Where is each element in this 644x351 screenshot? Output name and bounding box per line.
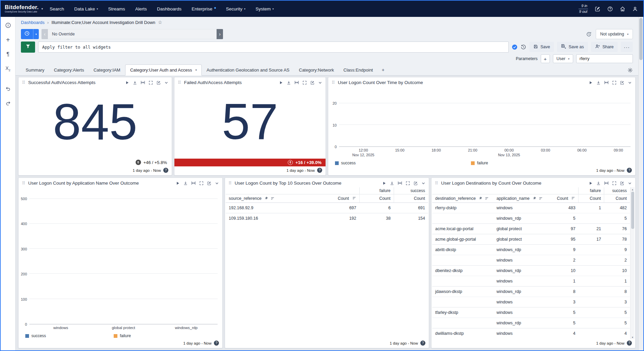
tab-authentication-geolocation-and-source-as[interactable]: Authentication Geolocation and Source AS [202,65,294,75]
nav-item-search[interactable]: Search [50,6,64,11]
page-scrollbar-thumb[interactable] [639,18,643,60]
add-tab-button[interactable]: + [378,64,389,75]
prev-range-button[interactable]: ‹ [41,29,48,39]
table-scrollbar[interactable]: ▲ ▼ [630,187,635,339]
table-row[interactable]: jdawson-dkstpwindows_rdp88 [432,287,630,297]
fullscreen-icon[interactable] [612,181,616,185]
play-icon[interactable] [176,181,180,185]
fit-width-icon[interactable] [604,80,609,85]
dashboard-settings-gear-icon[interactable] [627,68,633,75]
play-icon[interactable] [589,181,593,185]
column-header-count[interactable]: Count [549,194,579,203]
sort-icon[interactable] [485,196,489,200]
table-row[interactable]: 192.168.92.96976691 [226,203,428,213]
pin-icon[interactable] [264,196,268,200]
time-picker-button[interactable] [21,29,33,39]
compose-icon[interactable] [595,6,600,12]
save-button[interactable]: Save [529,42,554,52]
tab-category-network[interactable]: Category:Network [294,65,339,75]
table-row[interactable]: 109.159.180.1619238154 [226,213,428,224]
table-row[interactable]: acme.global-gp-portalglobal protect95177… [432,234,630,245]
column-header-count[interactable]: Count [359,194,394,203]
favorite-star-icon[interactable]: ☆ [158,20,162,25]
updating-dropdown[interactable]: Not updating ▾ [596,29,633,39]
pin-icon[interactable] [479,196,482,200]
edit-icon[interactable] [207,181,211,185]
chevron-down-icon[interactable] [628,81,632,85]
override-field[interactable]: No Override [48,29,217,39]
widget-help-icon[interactable]: ? [627,168,632,173]
widget-help-icon[interactable]: ? [420,341,425,346]
nav-item-dashboards[interactable]: Dashboards [157,6,181,11]
fit-width-icon[interactable] [398,181,402,185]
subscript-icon[interactable]: X2 [4,65,12,73]
filter-button[interactable] [21,42,35,53]
drag-handle-icon[interactable]: ⠿ [332,80,335,85]
nav-item-security[interactable]: Security▾ [226,6,246,11]
filter-input[interactable] [38,42,509,53]
filter-status-icon[interactable] [512,44,517,50]
sort-icon[interactable] [271,196,275,200]
table-row[interactable]: windows11 [432,276,630,287]
column-header-application-name[interactable]: application_name [494,194,549,203]
column-header-count[interactable]: Count [319,194,359,203]
column-header-count[interactable]: Count [579,194,604,203]
parameter-type-dropdown[interactable]: User ▾ [553,54,573,63]
table-row[interactable]: rferry-dsktpwindows4831482 [432,203,630,213]
column-header-source-reference[interactable]: source_reference [226,194,319,203]
add-parameter-button[interactable]: + [541,54,550,63]
scroll-down-icon[interactable]: ▼ [632,335,634,339]
share-button[interactable]: Share [591,42,618,52]
nav-item-data-lake[interactable]: Data Lake▾ [74,6,98,11]
tab-summary[interactable]: Summary [21,65,49,75]
tab-category-iam[interactable]: Category:IAM [89,65,125,75]
save-as-button[interactable]: Save as [557,42,588,52]
widget-help-icon[interactable]: ? [317,168,322,173]
table-row[interactable]: windows33 [432,297,630,307]
fit-width-icon[interactable] [191,181,196,185]
play-icon[interactable] [382,181,386,185]
edit-icon[interactable] [414,181,418,185]
undo-icon[interactable] [4,85,12,92]
table-row[interactable]: acme.local-gp-portalglobal protect972176 [432,224,630,234]
nav-item-system[interactable]: System▾ [255,6,274,11]
legend-failure[interactable]: failure [114,332,202,339]
download-icon[interactable] [184,181,188,185]
legend-success[interactable]: success [25,332,114,339]
legend-success[interactable]: success [335,160,471,166]
table-row[interactable]: abritt-dkstpwindows_rdp99 [432,245,630,255]
chevron-down-icon[interactable] [628,181,632,185]
fullscreen-icon[interactable] [199,181,203,185]
drag-handle-icon[interactable]: ⠿ [228,181,232,185]
pilcrow-icon[interactable]: ¶ [4,51,12,58]
breadcrumb-dashboards-link[interactable]: Dashboards [21,20,45,25]
parameter-value-input[interactable] [576,54,633,63]
tab-category-alerts[interactable]: Category:Alerts [49,65,89,75]
widget-help-icon[interactable]: ? [163,168,168,173]
play-icon[interactable] [589,81,593,85]
chevron-down-icon[interactable] [421,181,425,185]
time-picker-caret[interactable]: ▾ [33,29,39,39]
table-row[interactable]: tfarley-dkstpwindows55 [432,307,630,318]
user-account-icon[interactable] [632,6,638,12]
fullscreen-icon[interactable] [612,81,616,85]
download-icon[interactable] [390,181,394,185]
nav-item-streams[interactable]: Streams [108,6,125,11]
next-range-button[interactable]: › [217,29,223,39]
download-icon[interactable] [596,81,600,85]
column-header-count[interactable]: Count [394,194,428,203]
scrollbar-thumb[interactable] [631,192,634,229]
product-switcher-caret-icon[interactable]: ▾ [41,7,43,10]
widget-help-icon[interactable]: ? [214,341,219,346]
help-icon[interactable] [607,6,613,12]
brand-logo[interactable]: Bitdefender. GravityZone Security Data L… [5,4,39,13]
widget-help-icon[interactable]: ? [627,341,632,346]
scroll-up-icon[interactable]: ▲ [632,187,634,191]
page-scrollbar[interactable] [638,17,643,350]
plus-icon[interactable]: + [4,36,12,44]
edit-icon[interactable] [620,81,624,85]
nav-item-enterprise[interactable]: Enterprise [192,6,216,11]
more-options-button[interactable]: ··· [621,42,633,52]
table-row[interactable]: dwilliams-dkstpwindows44 [432,328,630,339]
column-header-destination-reference[interactable]: destination_reference [432,194,494,203]
